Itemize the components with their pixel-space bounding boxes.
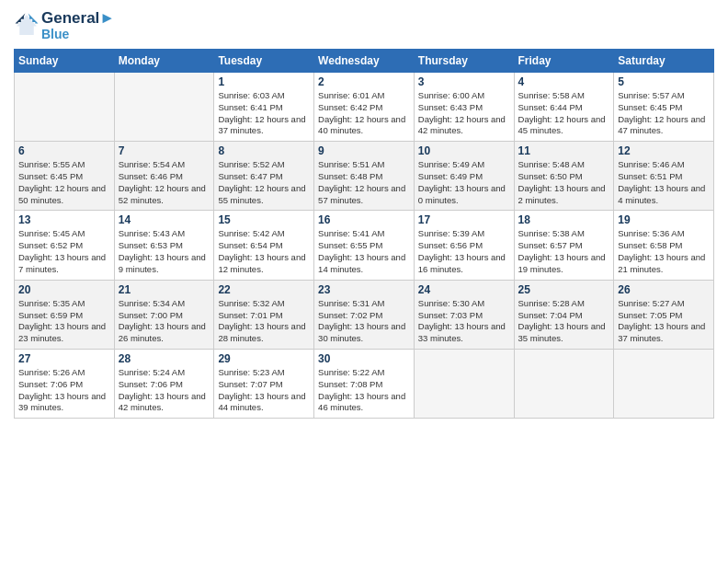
calendar-cell: 27Sunrise: 5:26 AMSunset: 7:06 PMDayligh… — [15, 349, 115, 418]
calendar-week-row: 1Sunrise: 6:03 AMSunset: 6:41 PMDaylight… — [15, 72, 714, 141]
header: General► Blue — [14, 9, 714, 41]
calendar-cell: 1Sunrise: 6:03 AMSunset: 6:41 PMDaylight… — [214, 72, 314, 141]
calendar-cell: 14Sunrise: 5:43 AMSunset: 6:53 PMDayligh… — [114, 211, 214, 280]
calendar-cell: 24Sunrise: 5:30 AMSunset: 7:03 PMDayligh… — [414, 280, 514, 349]
weekday-header-monday: Monday — [114, 49, 214, 72]
calendar-cell: 23Sunrise: 5:31 AMSunset: 7:02 PMDayligh… — [314, 280, 415, 349]
calendar-cell: 3Sunrise: 6:00 AMSunset: 6:43 PMDaylight… — [414, 72, 514, 141]
weekday-header-sunday: Sunday — [15, 49, 115, 72]
calendar-cell: 29Sunrise: 5:23 AMSunset: 7:07 PMDayligh… — [214, 349, 314, 418]
day-number: 28 — [119, 352, 210, 365]
day-info: Sunrise: 6:01 AMSunset: 6:42 PMDaylight:… — [318, 90, 410, 137]
day-number: 27 — [18, 352, 110, 365]
day-info: Sunrise: 5:54 AMSunset: 6:46 PMDaylight:… — [119, 159, 210, 206]
calendar-cell — [614, 349, 714, 418]
weekday-header-friday: Friday — [514, 49, 614, 72]
day-info: Sunrise: 5:43 AMSunset: 6:53 PMDaylight:… — [119, 228, 210, 275]
calendar-cell: 4Sunrise: 5:58 AMSunset: 6:44 PMDaylight… — [514, 72, 614, 141]
calendar-week-row: 27Sunrise: 5:26 AMSunset: 7:06 PMDayligh… — [15, 349, 714, 418]
calendar-cell: 8Sunrise: 5:52 AMSunset: 6:47 PMDaylight… — [214, 142, 314, 211]
calendar-table: SundayMondayTuesdayWednesdayThursdayFrid… — [14, 49, 714, 419]
calendar-cell: 22Sunrise: 5:32 AMSunset: 7:01 PMDayligh… — [214, 280, 314, 349]
day-info: Sunrise: 5:38 AMSunset: 6:57 PMDaylight:… — [518, 228, 610, 275]
calendar-cell: 19Sunrise: 5:36 AMSunset: 6:58 PMDayligh… — [614, 211, 714, 280]
calendar-cell: 26Sunrise: 5:27 AMSunset: 7:05 PMDayligh… — [614, 280, 714, 349]
calendar-cell: 5Sunrise: 5:57 AMSunset: 6:45 PMDaylight… — [614, 72, 714, 141]
day-info: Sunrise: 5:55 AMSunset: 6:45 PMDaylight:… — [18, 159, 110, 206]
day-number: 22 — [218, 283, 310, 296]
calendar-cell: 16Sunrise: 5:41 AMSunset: 6:55 PMDayligh… — [314, 211, 415, 280]
calendar-cell: 9Sunrise: 5:51 AMSunset: 6:48 PMDaylight… — [314, 142, 415, 211]
day-number: 30 — [318, 352, 410, 365]
calendar-cell: 12Sunrise: 5:46 AMSunset: 6:51 PMDayligh… — [614, 142, 714, 211]
day-info: Sunrise: 5:28 AMSunset: 7:04 PMDaylight:… — [518, 298, 610, 345]
day-info: Sunrise: 5:39 AMSunset: 6:56 PMDaylight:… — [418, 228, 510, 275]
day-number: 6 — [18, 144, 110, 157]
day-number: 21 — [119, 283, 210, 296]
day-info: Sunrise: 6:00 AMSunset: 6:43 PMDaylight:… — [418, 90, 510, 137]
day-info: Sunrise: 5:26 AMSunset: 7:06 PMDaylight:… — [18, 367, 110, 414]
weekday-header-saturday: Saturday — [614, 49, 714, 72]
calendar-cell: 7Sunrise: 5:54 AMSunset: 6:46 PMDaylight… — [114, 142, 214, 211]
day-number: 17 — [418, 213, 510, 226]
calendar-cell: 17Sunrise: 5:39 AMSunset: 6:56 PMDayligh… — [414, 211, 514, 280]
day-number: 11 — [518, 144, 610, 157]
day-info: Sunrise: 5:42 AMSunset: 6:54 PMDaylight:… — [218, 228, 310, 275]
weekday-header-row: SundayMondayTuesdayWednesdayThursdayFrid… — [15, 49, 714, 72]
day-number: 4 — [518, 75, 610, 88]
calendar-cell: 10Sunrise: 5:49 AMSunset: 6:49 PMDayligh… — [414, 142, 514, 211]
calendar-cell: 20Sunrise: 5:35 AMSunset: 6:59 PMDayligh… — [15, 280, 115, 349]
day-info: Sunrise: 5:57 AMSunset: 6:45 PMDaylight:… — [618, 90, 710, 137]
day-info: Sunrise: 5:36 AMSunset: 6:58 PMDaylight:… — [618, 228, 710, 275]
day-info: Sunrise: 5:49 AMSunset: 6:49 PMDaylight:… — [418, 159, 510, 206]
day-number: 20 — [18, 283, 110, 296]
day-number: 1 — [218, 75, 310, 88]
day-number: 23 — [318, 283, 410, 296]
day-number: 5 — [618, 75, 710, 88]
day-info: Sunrise: 5:52 AMSunset: 6:47 PMDaylight:… — [218, 159, 310, 206]
day-info: Sunrise: 6:03 AMSunset: 6:41 PMDaylight:… — [218, 90, 310, 137]
day-info: Sunrise: 5:23 AMSunset: 7:07 PMDaylight:… — [218, 367, 310, 414]
calendar-week-row: 13Sunrise: 5:45 AMSunset: 6:52 PMDayligh… — [15, 211, 714, 280]
day-info: Sunrise: 5:30 AMSunset: 7:03 PMDaylight:… — [418, 298, 510, 345]
day-info: Sunrise: 5:51 AMSunset: 6:48 PMDaylight:… — [318, 159, 410, 206]
day-number: 14 — [119, 213, 210, 226]
calendar-cell: 2Sunrise: 6:01 AMSunset: 6:42 PMDaylight… — [314, 72, 415, 141]
day-info: Sunrise: 5:41 AMSunset: 6:55 PMDaylight:… — [318, 228, 410, 275]
calendar-cell: 6Sunrise: 5:55 AMSunset: 6:45 PMDaylight… — [15, 142, 115, 211]
day-info: Sunrise: 5:34 AMSunset: 7:00 PMDaylight:… — [119, 298, 210, 345]
calendar-cell: 25Sunrise: 5:28 AMSunset: 7:04 PMDayligh… — [514, 280, 614, 349]
calendar-cell: 18Sunrise: 5:38 AMSunset: 6:57 PMDayligh… — [514, 211, 614, 280]
day-info: Sunrise: 5:27 AMSunset: 7:05 PMDaylight:… — [618, 298, 710, 345]
day-number: 3 — [418, 75, 510, 88]
day-number: 7 — [119, 144, 210, 157]
calendar-cell — [414, 349, 514, 418]
day-number: 24 — [418, 283, 510, 296]
day-number: 12 — [618, 144, 710, 157]
day-info: Sunrise: 5:32 AMSunset: 7:01 PMDaylight:… — [218, 298, 310, 345]
day-number: 2 — [318, 75, 410, 88]
day-number: 13 — [18, 213, 110, 226]
page: General► Blue SundayMondayTuesdayWednesd… — [0, 0, 728, 563]
weekday-header-tuesday: Tuesday — [214, 49, 314, 72]
calendar-cell: 15Sunrise: 5:42 AMSunset: 6:54 PMDayligh… — [214, 211, 314, 280]
day-info: Sunrise: 5:45 AMSunset: 6:52 PMDaylight:… — [18, 228, 110, 275]
calendar-cell: 30Sunrise: 5:22 AMSunset: 7:08 PMDayligh… — [314, 349, 415, 418]
day-info: Sunrise: 5:22 AMSunset: 7:08 PMDaylight:… — [318, 367, 410, 414]
calendar-cell: 13Sunrise: 5:45 AMSunset: 6:52 PMDayligh… — [15, 211, 115, 280]
day-number: 10 — [418, 144, 510, 157]
day-number: 19 — [618, 213, 710, 226]
day-info: Sunrise: 5:46 AMSunset: 6:51 PMDaylight:… — [618, 159, 710, 206]
logo-text: General► Blue — [41, 9, 115, 41]
svg-marker-1 — [17, 16, 37, 36]
day-number: 29 — [218, 352, 310, 365]
day-number: 9 — [318, 144, 410, 157]
weekday-header-thursday: Thursday — [414, 49, 514, 72]
weekday-header-wednesday: Wednesday — [314, 49, 415, 72]
day-number: 15 — [218, 213, 310, 226]
day-number: 8 — [218, 144, 310, 157]
calendar-cell: 28Sunrise: 5:24 AMSunset: 7:06 PMDayligh… — [114, 349, 214, 418]
day-number: 25 — [518, 283, 610, 296]
day-info: Sunrise: 5:58 AMSunset: 6:44 PMDaylight:… — [518, 90, 610, 137]
calendar-cell: 21Sunrise: 5:34 AMSunset: 7:00 PMDayligh… — [114, 280, 214, 349]
